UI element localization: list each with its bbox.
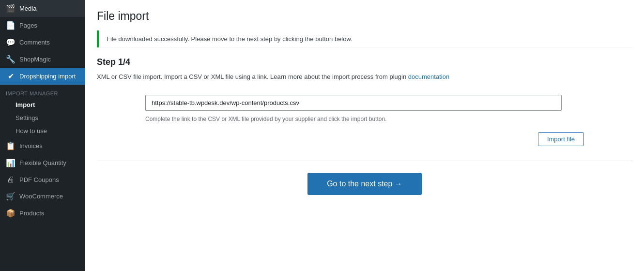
input-hint: Complete the link to the CSV or XML file… [145,116,386,122]
step-label: Step 1/4 [97,57,632,67]
sidebar-item-label: PDF Coupons [19,176,59,183]
documentation-link[interactable]: documentation [408,73,449,80]
content-area: File import File downloaded successfully… [85,0,644,271]
sidebar-item-label: Comments [19,39,50,46]
sidebar-item-label: Invoices [19,142,43,150]
media-icon: 🎬 [6,4,15,13]
how-to-use-label: How to use [15,127,47,135]
sidebar-subitem-import[interactable]: Import [0,98,85,111]
sidebar-item-dropshipping[interactable]: ✔ Dropshipping import [0,68,85,85]
woocommerce-icon: 🛒 [6,192,15,201]
sidebar-item-pages[interactable]: 📄 Pages [0,17,85,34]
shopmagic-icon: 🔧 [6,55,15,64]
sidebar-item-label: Media [19,5,36,12]
dropshipping-icon: ✔ [6,72,15,81]
main-content: File import File downloaded successfully… [85,0,644,271]
page-title: File import [97,10,632,23]
section-divider [97,161,632,161]
success-notice: File downloaded successfully. Please mov… [97,30,632,47]
sidebar-item-woocommerce[interactable]: 🛒 WooCommerce [0,188,85,205]
sidebar-subitem-how-to-use[interactable]: How to use [0,124,85,137]
sidebar-item-pdf-coupons[interactable]: 🖨 PDF Coupons [0,171,85,188]
next-step-wrapper: Go to the next step → [97,173,632,205]
sidebar-item-label: Flexible Quantity [19,159,66,166]
sidebar-item-flexible-quantity[interactable]: 📊 Flexible Quantity [0,154,85,171]
sidebar-item-products[interactable]: 📦 Products [0,205,85,222]
sidebar-item-label: Pages [19,22,37,29]
flexible-quantity-icon: 📊 [6,158,15,167]
url-input[interactable] [145,95,562,111]
pages-icon: 📄 [6,21,15,30]
settings-label: Settings [15,114,38,121]
import-form: Complete the link to the CSV or XML file… [97,95,632,146]
sidebar-item-label: ShopMagic [19,56,51,63]
import-label: Import [15,101,35,108]
import-file-button[interactable]: Import file [538,132,584,146]
products-icon: 📦 [6,209,15,218]
sidebar-item-label: Dropshipping import [19,73,76,80]
description-text: XML or CSV file import. Import a CSV or … [97,73,632,80]
invoices-icon: 📋 [6,141,15,151]
sidebar-item-shopmagic[interactable]: 🔧 ShopMagic [0,51,85,68]
next-step-button[interactable]: Go to the next step → [307,173,422,195]
sidebar-item-label: Products [19,210,44,217]
notice-text: File downloaded successfully. Please mov… [107,35,353,43]
comments-icon: 💬 [6,38,15,47]
sidebar-item-comments[interactable]: 💬 Comments [0,34,85,51]
pdf-coupons-icon: 🖨 [6,175,15,184]
sidebar-subitem-settings[interactable]: Settings [0,111,85,124]
sidebar: 🎬 Media 📄 Pages 💬 Comments 🔧 ShopMagic ✔… [0,0,85,271]
sidebar-item-media[interactable]: 🎬 Media [0,0,85,17]
sidebar-item-label: WooCommerce [19,193,63,200]
import-manager-label: Import Manager [0,85,85,98]
sidebar-item-invoices[interactable]: 📋 Invoices [0,137,85,154]
